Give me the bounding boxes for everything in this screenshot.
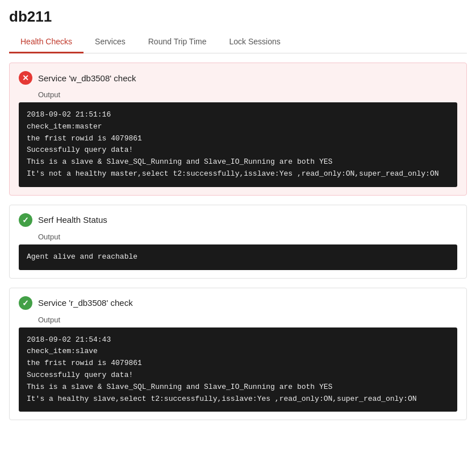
tab-health-checks[interactable]: Health Checks xyxy=(9,31,83,53)
check-title-1: Service 'w_db3508' check xyxy=(38,73,136,83)
output-label-1: Output xyxy=(29,90,466,102)
tab-services[interactable]: Services xyxy=(83,31,137,53)
status-icon-success-3: ✓ xyxy=(19,296,32,310)
output-label-2: Output xyxy=(29,233,466,244)
check-title-2: Serf Health Status xyxy=(38,215,107,225)
tab-lock-sessions[interactable]: Lock Sessions xyxy=(218,31,291,53)
page-title: db211 xyxy=(9,8,467,26)
check-card-2: ✓ Serf Health Status Output Agent alive … xyxy=(9,205,467,279)
tabs: Health Checks Services Round Trip Time L… xyxy=(9,31,467,53)
output-block-1: 2018-09-02 21:51:16 check_item:master th… xyxy=(19,102,457,187)
check-header-2: ✓ Serf Health Status xyxy=(10,205,466,233)
status-icon-error-1: ✕ xyxy=(19,71,32,85)
check-title-3: Service 'r_db3508' check xyxy=(38,298,133,308)
content-area: ✕ Service 'w_db3508' check Output 2018-0… xyxy=(0,53,476,429)
output-label-3: Output xyxy=(29,316,466,327)
output-block-2: Agent alive and reachable xyxy=(19,244,457,270)
check-header-3: ✓ Service 'r_db3508' check xyxy=(10,288,466,316)
check-card-1: ✕ Service 'w_db3508' check Output 2018-0… xyxy=(9,63,467,196)
check-header-1: ✕ Service 'w_db3508' check xyxy=(10,63,466,90)
page-header: db211 Health Checks Services Round Trip … xyxy=(0,0,476,53)
tab-round-trip-time[interactable]: Round Trip Time xyxy=(137,31,218,53)
check-card-3: ✓ Service 'r_db3508' check Output 2018-0… xyxy=(9,288,467,421)
output-block-3: 2018-09-02 21:54:43 check_item:slave the… xyxy=(19,327,457,412)
status-icon-success-2: ✓ xyxy=(19,213,32,227)
